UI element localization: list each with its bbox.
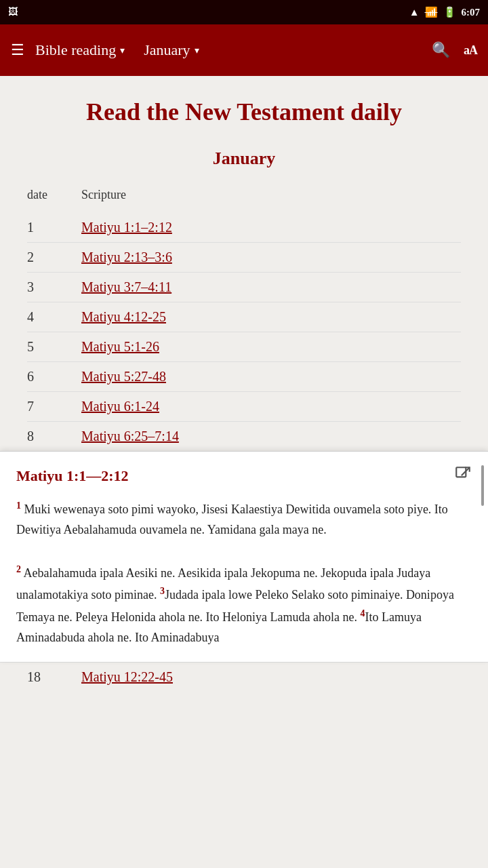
month-label: January	[144, 41, 190, 59]
app-title-label: Bible reading	[35, 41, 116, 59]
scripture-link[interactable]: Matiyu 1:1–2:12	[81, 220, 461, 235]
scripture-link[interactable]: Matiyu 12:22-45	[81, 669, 461, 685]
date-number: 18	[27, 669, 81, 685]
title-dropdown[interactable]: Bible reading ▾	[35, 41, 125, 59]
scripture-column-header: Scripture	[81, 188, 461, 202]
verse-number-3: 3	[160, 586, 165, 596]
date-number: 5	[27, 339, 81, 355]
date-column-header: date	[27, 188, 81, 202]
status-time: 6:07	[462, 7, 481, 18]
preview-title: Matiyu 1:1—2:12	[16, 467, 129, 485]
scrollbar[interactable]	[481, 465, 484, 506]
list-item: 3 Matiyu 3:7–4:11	[27, 273, 461, 302]
verse-number-1: 1	[16, 500, 21, 511]
preview-panel: Matiyu 1:1—2:12 1 Muki wewenaya soto pim…	[0, 451, 488, 662]
font-size-button[interactable]: aA	[464, 43, 477, 58]
scripture-link[interactable]: Matiyu 4:12-25	[81, 309, 461, 325]
list-item: 7 Matiyu 6:1-24	[27, 392, 461, 422]
date-number: 4	[27, 309, 81, 325]
scripture-link[interactable]: Matiyu 3:7–4:11	[81, 279, 461, 295]
list-item: 6 Matiyu 5:27-48	[27, 362, 461, 392]
scripture-link[interactable]: Matiyu 6:1-24	[81, 399, 461, 414]
list-item: 8 Matiyu 6:25–7:14	[27, 422, 461, 451]
scripture-link[interactable]: Matiyu 5:27-48	[81, 369, 461, 384]
wifi-icon: ▲	[409, 7, 420, 18]
signal-off-icon: 📶	[425, 6, 438, 18]
date-number: 8	[27, 429, 81, 444]
battery-icon: 🔋	[443, 6, 456, 18]
title-dropdown-arrow: ▾	[120, 45, 125, 56]
table-header: date Scripture	[27, 182, 461, 208]
month-heading: January	[27, 149, 461, 169]
scripture-link[interactable]: Matiyu 6:25–7:14	[81, 429, 461, 444]
list-item: 1 Matiyu 1:1–2:12	[27, 213, 461, 243]
search-button[interactable]: 🔍	[432, 41, 450, 59]
verse-number-4: 4	[361, 608, 365, 618]
verse-number-2: 2	[16, 564, 21, 574]
page-title: Read the New Testament daily	[27, 96, 461, 128]
month-dropdown[interactable]: January ▾	[144, 41, 199, 59]
preview-header: Matiyu 1:1—2:12	[16, 465, 472, 487]
scripture-link[interactable]: Matiyu 2:13–3:6	[81, 250, 461, 265]
status-bar-left: 🖼	[8, 7, 18, 18]
main-content: Read the New Testament daily January dat…	[0, 76, 488, 451]
status-bar: 🖼 ▲ 📶 🔋 6:07	[0, 0, 488, 24]
list-item: 5 Matiyu 5:1-26	[27, 332, 461, 362]
date-number: 7	[27, 399, 81, 414]
open-external-button[interactable]	[454, 465, 472, 487]
list-item: 4 Matiyu 4:12-25	[27, 302, 461, 332]
image-icon: 🖼	[8, 7, 18, 18]
app-bar: ☰ Bible reading ▾ January ▾ 🔍 aA	[0, 24, 488, 76]
date-number: 2	[27, 250, 81, 265]
reading-table: 1 Matiyu 1:1–2:12 2 Matiyu 2:13–3:6 3 Ma…	[27, 213, 461, 451]
date-number: 1	[27, 220, 81, 235]
list-item: 18 Matiyu 12:22-45	[0, 662, 488, 692]
date-number: 6	[27, 369, 81, 384]
month-dropdown-arrow: ▾	[195, 45, 199, 56]
menu-button[interactable]: ☰	[11, 41, 24, 59]
preview-text: 1 Muki wewenaya soto pimi wayoko, Jisesi…	[16, 498, 472, 648]
scripture-link[interactable]: Matiyu 5:1-26	[81, 339, 461, 355]
date-number: 3	[27, 279, 81, 295]
list-item: 2 Matiyu 2:13–3:6	[27, 243, 461, 273]
app-bar-actions: 🔍 aA	[432, 41, 477, 59]
status-bar-right: ▲ 📶 🔋 6:07	[409, 6, 480, 18]
